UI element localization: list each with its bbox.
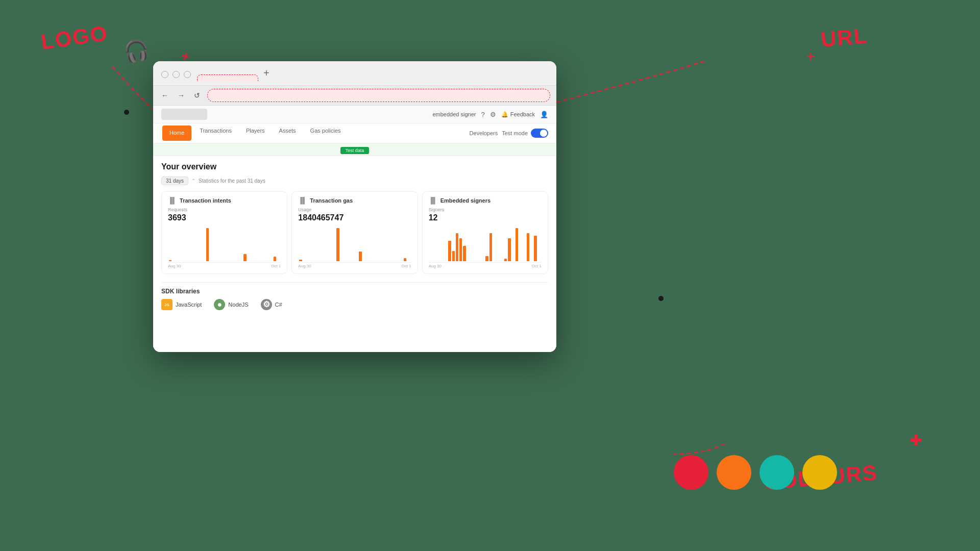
user-icon[interactable]: 👤 [540,111,548,118]
plus-icon-3: ✚ [910,432,921,449]
window-minimize[interactable] [173,71,180,78]
toggle-knob [540,130,547,137]
nav-refresh-button[interactable]: ↺ [192,90,202,101]
chart-bar [381,261,384,261]
browser-nav-bar: ← → ↺ [153,86,556,106]
chart-x-start-gas: Aug 30 [298,264,311,268]
period-arrow: ⌃ [191,178,195,184]
chart-bar [232,261,235,261]
chart-bar [501,261,503,261]
nav-right: Developers Test mode [470,129,548,138]
stat-label-requests: Requests [168,207,281,212]
chart-bar [199,261,202,261]
nav-tabs: Home Transactions Players Assets Gas pol… [161,123,348,143]
main-content: Your overview 31 days ⌃ Statistics for t… [153,156,556,352]
nav-tab-transactions[interactable]: Transactions [192,123,239,143]
chart-bar [314,261,317,261]
chart-bar [516,228,518,261]
stat-title-gas: Transaction gas [310,197,353,204]
chart-area-gas: Aug 30 Oct 1 [298,226,411,266]
overview-title: Your overview [161,162,548,171]
sdk-list: JS JavaScript ● NodeJS ⚙ C# [161,299,548,310]
nav-forward-button[interactable]: → [176,90,187,101]
chart-bar [363,261,365,261]
feedback-button[interactable]: 🔔 Feedback [501,111,535,118]
stats-grid: ▐▌ Transaction intents Requests 3693 Aug… [161,191,548,274]
bar-chart-icon-1: ▐▌ [168,197,177,204]
chart-bars-gas [298,226,411,261]
test-mode-toggle[interactable]: Test mode [502,129,548,138]
nav-back-button[interactable]: ← [159,90,170,101]
sdk-badge-cs: ⚙ [261,299,272,310]
chart-bar [326,261,328,261]
browser-tab-active[interactable] [197,74,258,81]
sdk-item-javascript[interactable]: JS JavaScript [161,299,202,310]
chart-bar [184,261,186,261]
chart-area-signers: Aug 30 Oct 1 [429,226,542,266]
stat-title-intents: Transaction intents [180,197,231,204]
app-header: embedded signer ? ⚙ 🔔 Feedback 👤 [153,106,556,123]
sdk-item-csharp[interactable]: ⚙ C# [261,299,282,310]
chart-bar [333,261,335,261]
sdk-title: SDK libraries [161,288,548,295]
period-button[interactable]: 31 days [161,177,188,185]
chart-bar [274,257,276,261]
chart-bar [169,260,172,261]
chart-bar [188,261,190,261]
sdk-item-nodejs[interactable]: ● NodeJS [214,299,248,310]
chart-bar [248,261,250,261]
bar-chart-icon-3: ▐▌ [429,197,437,204]
chart-bar [355,261,358,261]
chart-bar [340,261,343,261]
nav-tab-home[interactable]: Home [162,126,191,141]
chart-bar [322,261,324,261]
chart-bar [471,261,473,261]
sdk-label-javascript: JavaScript [176,302,202,308]
stat-card-transaction-intents: ▐▌ Transaction intents Requests 3693 Aug… [161,191,287,274]
stat-card-transaction-gas: ▐▌ Transaction gas Usage 1840465747 Aug … [291,191,418,274]
toggle-switch[interactable] [531,129,548,138]
chart-bar [396,261,399,261]
settings-icon[interactable]: ⚙ [490,111,496,118]
developers-link[interactable]: Developers [470,130,498,136]
environment-selector[interactable]: embedded signer [432,111,476,117]
chart-bar [385,261,388,261]
url-bar[interactable] [207,89,550,102]
tab-add-button[interactable]: + [260,67,273,79]
chart-bar [378,261,380,261]
nav-tab-players[interactable]: Players [239,123,272,143]
window-close[interactable] [161,71,168,78]
chart-bar [240,261,242,261]
chart-x-start-intents: Aug 30 [168,264,181,268]
help-icon[interactable]: ? [481,111,484,118]
chart-bar [359,252,361,261]
chart-x-end-signers: Oct 1 [532,264,542,268]
chart-bar [393,261,395,261]
chart-bar [191,261,194,261]
nav-tab-gas-policies[interactable]: Gas policies [303,123,348,143]
chart-bar [534,236,536,261]
sdk-section: SDK libraries JS JavaScript ● NodeJS ⚙ C… [161,282,548,310]
chart-x-end-intents: Oct 1 [271,264,281,268]
chart-bar [474,261,477,261]
chart-bar [404,258,406,261]
nav-tab-assets[interactable]: Assets [272,123,303,143]
chart-bar [251,261,254,261]
period-selector: 31 days ⌃ Statistics for the past 31 day… [161,177,548,185]
chart-bar [259,261,261,261]
chart-bar [437,261,439,261]
period-stats-label: Statistics for the past 31 days [199,178,265,184]
logo-annotation: LOGO [39,21,109,55]
chart-bar [266,261,268,261]
chart-bar [430,261,432,261]
chart-bar [173,261,175,261]
deco-dot-1 [124,110,129,115]
chart-bar [307,261,309,261]
window-maximize[interactable] [184,71,191,78]
sdk-badge-node: ● [214,299,225,310]
sdk-label-nodejs: NodeJS [228,302,248,308]
browser-tabs: + [197,67,273,81]
chart-bar [310,261,313,261]
chart-bar [485,256,488,261]
chart-bar [523,261,525,261]
